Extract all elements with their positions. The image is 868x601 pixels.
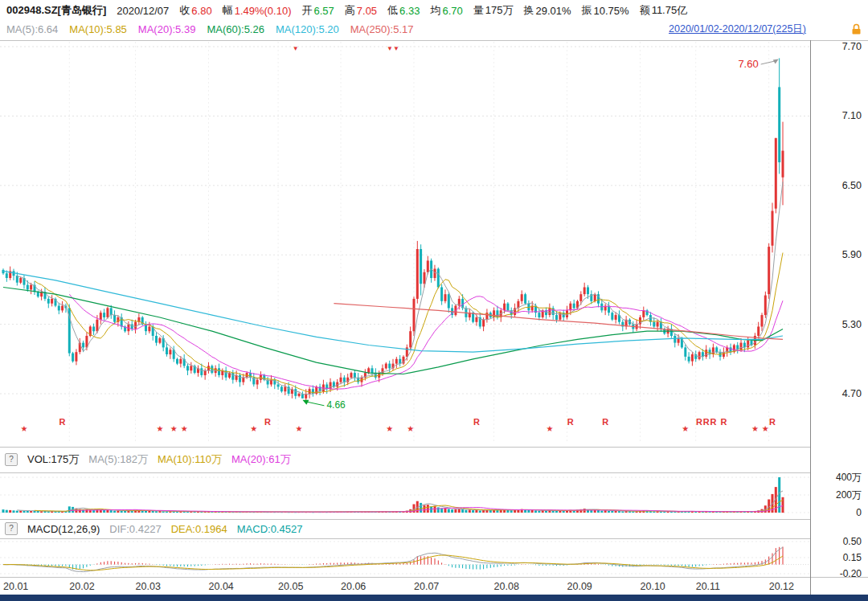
volume-layer (2, 477, 784, 513)
svg-text:R: R (720, 417, 727, 427)
svg-text:R: R (602, 417, 608, 427)
help-icon[interactable]: ? (5, 453, 18, 466)
annotations-layer: 7.604.66 (302, 58, 778, 411)
svg-text:R: R (710, 417, 716, 427)
y-axis-label: 6.50 (842, 180, 862, 191)
svg-text:4.66: 4.66 (326, 399, 346, 411)
macd-axis-label: 0.50 (843, 536, 862, 547)
help-icon[interactable]: ? (5, 522, 18, 535)
dif-legend: DIF:0.4227 (109, 523, 161, 535)
macd-title: MACD(12,26,9) (27, 523, 100, 535)
x-axis-month-label: 20.12 (769, 581, 794, 592)
candles-layer (2, 58, 784, 400)
svg-text:★: ★ (156, 424, 163, 433)
svg-text:★: ★ (546, 424, 553, 433)
macd-layer (3, 547, 783, 572)
stock-chart-app: 002948.SZ[青岛银行] 2020/12/07 收6.80 幅1.49%(… (0, 0, 868, 601)
svg-text:★: ★ (181, 424, 188, 433)
svg-text:R: R (703, 417, 710, 427)
volume-axis-label: 400万 (836, 472, 862, 483)
svg-text:▼▼: ▼▼ (387, 45, 399, 52)
svg-text:7.60: 7.60 (738, 58, 758, 70)
x-axis-month-label: 20.10 (641, 581, 665, 592)
svg-text:▼: ▼ (293, 45, 299, 52)
svg-text:★: ★ (682, 424, 689, 433)
macd-value-legend: MACD:0.4527 (237, 523, 303, 535)
y-axis-label: 4.70 (842, 388, 862, 399)
svg-text:R: R (696, 417, 702, 427)
vol-value-legend: VOL:175万 (27, 452, 79, 467)
svg-text:R: R (769, 417, 776, 427)
y-axis-label: 7.70 (842, 41, 862, 52)
volume-axis-label: 200万 (836, 489, 862, 501)
x-axis-month-label: 20.11 (696, 581, 720, 592)
svg-text:R: R (473, 417, 480, 427)
x-axis-month-label: 20.03 (136, 581, 161, 592)
vol-ma20-legend: MA(20):61万 (231, 452, 291, 467)
macd-legend-row: ? MACD(12,26,9) DIF:0.4227 DEA:0.1964 MA… (5, 521, 302, 537)
x-axis-month-label: 20.05 (278, 581, 303, 592)
svg-text:★: ★ (751, 424, 759, 433)
x-axis-month-label: 20.02 (69, 581, 94, 592)
vol-ma5-legend: MA(5):182万 (88, 452, 148, 467)
y-axis-label: 5.90 (842, 249, 862, 260)
svg-text:★: ★ (296, 424, 303, 433)
svg-text:★: ★ (386, 424, 393, 433)
window-bottom-strip (0, 595, 868, 601)
svg-text:★: ★ (407, 424, 414, 433)
vol-ma10-legend: MA(10):110万 (158, 452, 222, 467)
x-axis-month-label: 20.04 (209, 581, 234, 592)
svg-text:★: ★ (762, 424, 769, 433)
svg-text:★: ★ (170, 424, 178, 433)
x-axis-month-label: 20.09 (567, 581, 592, 592)
macd-axis-label: 0.15 (843, 552, 862, 563)
svg-text:★: ★ (250, 424, 257, 433)
stock-chart-canvas[interactable]: ★R★★★★R★★★R★RR★RRRR★★R▼▼▼7.604.667.707.1… (0, 0, 868, 601)
volume-legend-row: ? VOL:175万 MA(5):182万 MA(10):110万 MA(20)… (5, 451, 291, 468)
x-axis-month-label: 20.08 (494, 581, 519, 592)
volume-axis-label: 0 (856, 507, 862, 518)
svg-text:R: R (59, 417, 66, 427)
dea-legend: DEA:0.1964 (171, 523, 227, 535)
event-markers-layer: ★R★★★★R★★★R★RR★RRRR★★R▼▼▼ (21, 45, 776, 433)
y-axis-label: 7.10 (842, 110, 862, 121)
svg-text:R: R (567, 417, 574, 427)
y-axis-label: 5.30 (842, 319, 862, 330)
x-axis-month-label: 20.07 (414, 581, 439, 592)
x-axis-month-label: 20.01 (3, 581, 28, 592)
x-axis-month-label: 20.06 (341, 581, 366, 592)
svg-text:R: R (264, 417, 271, 427)
svg-text:★: ★ (21, 424, 28, 433)
